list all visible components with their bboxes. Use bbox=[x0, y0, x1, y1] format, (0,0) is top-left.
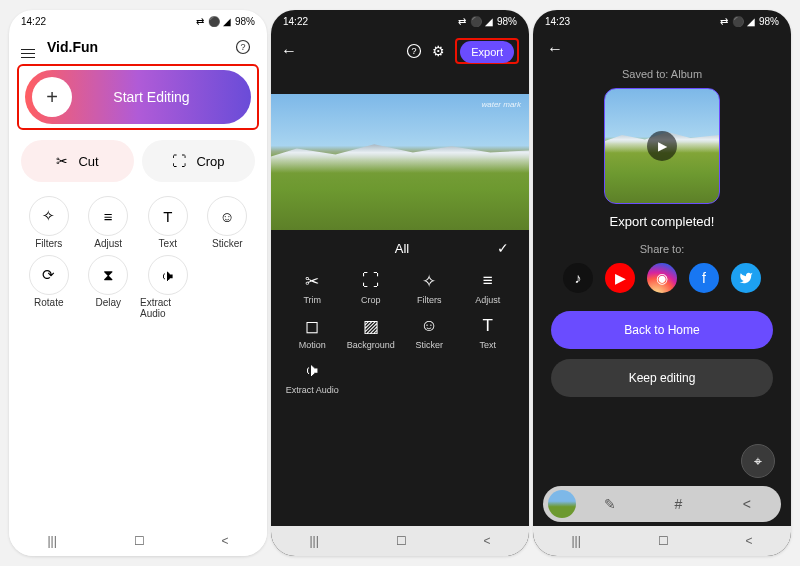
crop-icon: ⛶ bbox=[172, 153, 186, 169]
rotate-icon: ⟳ bbox=[29, 255, 69, 295]
editor-tabs: All ✓ bbox=[271, 230, 529, 262]
mini-thumbnail[interactable] bbox=[548, 490, 576, 518]
share-youtube-icon[interactable]: ▶ bbox=[605, 263, 635, 293]
back-to-home-button[interactable]: Back to Home bbox=[551, 311, 773, 349]
export-complete-label: Export completed! bbox=[533, 214, 791, 229]
status-time: 14:22 bbox=[21, 16, 46, 27]
nav-back-icon[interactable]: < bbox=[222, 534, 229, 548]
tool-text[interactable]: T Text bbox=[140, 196, 196, 249]
hourglass-icon: ⧗ bbox=[88, 255, 128, 295]
share-facebook-icon[interactable]: f bbox=[689, 263, 719, 293]
start-editing-button[interactable]: + Start Editing bbox=[25, 70, 251, 124]
exported-thumb-wrap: ▶ bbox=[533, 88, 791, 204]
nav-back-icon[interactable]: < bbox=[746, 534, 753, 548]
app-header: Vid.Fun ? bbox=[9, 32, 267, 62]
status-time: 14:23 bbox=[545, 16, 570, 27]
tool-adjust[interactable]: ≡ Adjust bbox=[81, 196, 137, 249]
tool-sticker[interactable]: ☺ Sticker bbox=[200, 196, 256, 249]
settings-gear-icon[interactable]: ⚙ bbox=[432, 43, 445, 59]
export-header: ← bbox=[533, 32, 791, 66]
menu-icon[interactable] bbox=[21, 36, 41, 58]
editor-tool-grid: ✂ Trim ⛶ Crop ✧ Filters ≡ Adjust ◻ Motio… bbox=[271, 262, 529, 399]
audio-icon: 🕩 bbox=[304, 360, 321, 382]
tool-filters[interactable]: ✧ Filters bbox=[402, 270, 457, 305]
phone-screen-home: 14:22 ⇄ ⚫ ◢ 98% Vid.Fun ? + Start Editin… bbox=[9, 10, 267, 556]
share-icon[interactable]: < bbox=[713, 496, 781, 512]
sliders-icon: ≡ bbox=[483, 270, 493, 292]
watermark-text: water mark bbox=[481, 100, 521, 109]
tool-crop[interactable]: ⛶ Crop bbox=[344, 270, 399, 305]
sparkle-icon: ✧ bbox=[29, 196, 69, 236]
tool-icon-1[interactable]: ✎ bbox=[576, 496, 644, 512]
video-preview[interactable]: water mark bbox=[271, 94, 529, 230]
status-bar: 14:23 ⇄ ⚫ ◢ 98% bbox=[533, 10, 791, 32]
battery-pct: 98% bbox=[497, 16, 517, 27]
help-icon[interactable]: ? bbox=[235, 39, 255, 55]
start-editing-label: Start Editing bbox=[72, 89, 251, 105]
status-right: ⇄ ⚫ ◢ 98% bbox=[458, 16, 517, 27]
status-time: 14:22 bbox=[283, 16, 308, 27]
share-instagram-icon[interactable]: ◉ bbox=[647, 263, 677, 293]
tool-delay[interactable]: ⧗ Delay bbox=[81, 255, 137, 319]
app-title: Vid.Fun bbox=[41, 39, 235, 55]
tool-text[interactable]: T Text bbox=[461, 315, 516, 350]
tool-extract-audio[interactable]: 🕩 Extract Audio bbox=[285, 360, 340, 395]
saved-to-label: Saved to: Album bbox=[533, 68, 791, 80]
fab-scan-icon[interactable]: ⌖ bbox=[741, 444, 775, 478]
status-right: ⇄ ⚫ ◢ 98% bbox=[720, 16, 779, 27]
scissors-icon: ✂ bbox=[305, 270, 319, 292]
quick-actions-row: ✂ Cut ⛶ Crop bbox=[9, 136, 267, 190]
system-nav: ||| ☐ < bbox=[533, 526, 791, 556]
tool-adjust[interactable]: ≡ Adjust bbox=[461, 270, 516, 305]
share-twitter-icon[interactable] bbox=[731, 263, 761, 293]
nav-recents-icon[interactable]: ||| bbox=[571, 534, 580, 548]
tool-motion[interactable]: ◻ Motion bbox=[285, 315, 340, 350]
cut-label: Cut bbox=[78, 154, 98, 169]
highlight-export: Export bbox=[455, 38, 519, 64]
share-icons-row: ♪ ▶ ◉ f bbox=[533, 263, 791, 293]
tab-all[interactable]: All bbox=[307, 241, 497, 256]
play-icon[interactable]: ▶ bbox=[647, 131, 677, 161]
sliders-icon: ≡ bbox=[88, 196, 128, 236]
plus-icon: + bbox=[32, 77, 72, 117]
share-tiktok-icon[interactable]: ♪ bbox=[563, 263, 593, 293]
svg-text:?: ? bbox=[412, 46, 417, 56]
text-icon: T bbox=[148, 196, 188, 236]
back-arrow-icon[interactable]: ← bbox=[547, 40, 563, 57]
editor-header: ← ? ⚙ Export bbox=[271, 32, 529, 70]
battery-pct: 98% bbox=[235, 16, 255, 27]
bottom-toolbar: ✎ # < bbox=[543, 486, 781, 522]
help-icon[interactable]: ? bbox=[406, 43, 422, 59]
tool-background[interactable]: ▨ Background bbox=[344, 315, 399, 350]
smile-icon: ☺ bbox=[421, 315, 438, 337]
status-icons: ⇄ ⚫ ◢ bbox=[196, 16, 232, 27]
nav-home-icon[interactable]: ☐ bbox=[134, 534, 145, 548]
keep-editing-button[interactable]: Keep editing bbox=[551, 359, 773, 397]
nav-home-icon[interactable]: ☐ bbox=[658, 534, 669, 548]
tool-sticker[interactable]: ☺ Sticker bbox=[402, 315, 457, 350]
smile-icon: ☺ bbox=[207, 196, 247, 236]
status-right: ⇄ ⚫ ◢ 98% bbox=[196, 16, 255, 27]
exported-thumbnail[interactable]: ▶ bbox=[604, 88, 720, 204]
tool-rotate[interactable]: ⟳ Rotate bbox=[21, 255, 77, 319]
status-bar: 14:22 ⇄ ⚫ ◢ 98% bbox=[9, 10, 267, 32]
system-nav: ||| ☐ < bbox=[9, 526, 267, 556]
nav-back-icon[interactable]: < bbox=[484, 534, 491, 548]
crop-button[interactable]: ⛶ Crop bbox=[142, 140, 255, 182]
nav-home-icon[interactable]: ☐ bbox=[396, 534, 407, 548]
hashtag-icon[interactable]: # bbox=[644, 496, 712, 512]
nav-recents-icon[interactable]: ||| bbox=[47, 534, 56, 548]
crop-icon: ⛶ bbox=[362, 270, 379, 292]
confirm-check-icon[interactable]: ✓ bbox=[497, 240, 509, 256]
preview-landscape bbox=[271, 132, 529, 173]
text-icon: T bbox=[483, 315, 493, 337]
tool-extract-audio[interactable]: 🕩 Extract Audio bbox=[140, 255, 196, 319]
phone-screen-editor: 14:22 ⇄ ⚫ ◢ 98% ← ? ⚙ Export water mark … bbox=[271, 10, 529, 556]
export-button[interactable]: Export bbox=[460, 41, 514, 63]
tool-trim[interactable]: ✂ Trim bbox=[285, 270, 340, 305]
tool-grid: ✧ Filters ≡ Adjust T Text ☺ Sticker ⟳ Ro… bbox=[9, 190, 267, 325]
nav-recents-icon[interactable]: ||| bbox=[309, 534, 318, 548]
cut-button[interactable]: ✂ Cut bbox=[21, 140, 134, 182]
back-arrow-icon[interactable]: ← bbox=[281, 42, 297, 60]
tool-filters[interactable]: ✧ Filters bbox=[21, 196, 77, 249]
